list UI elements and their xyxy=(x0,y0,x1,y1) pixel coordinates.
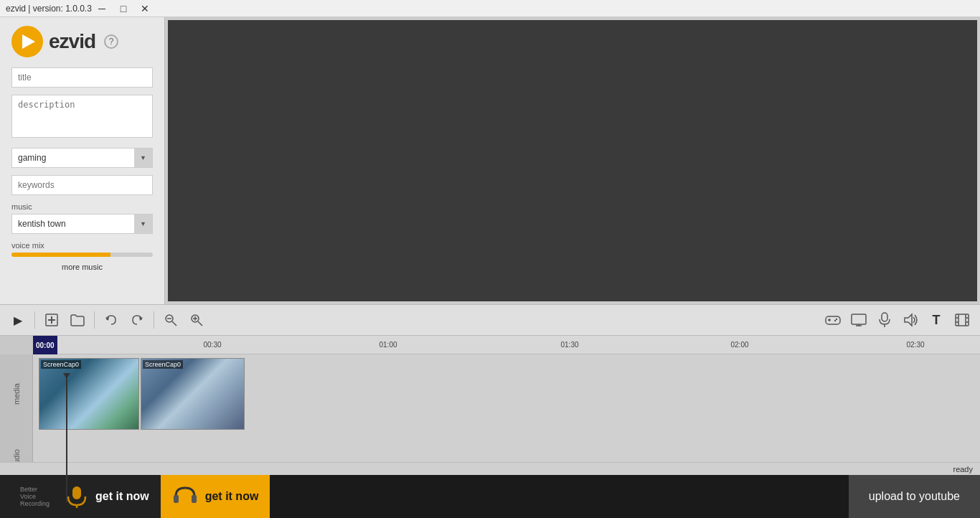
headset-icon xyxy=(172,484,198,509)
play-icon: ▶ xyxy=(14,314,22,327)
category-select-wrapper: gaming xyxy=(11,148,153,168)
media-label-text: media xyxy=(12,383,21,405)
film-icon xyxy=(955,314,969,326)
logo-area: ezvid ? xyxy=(0,17,164,65)
promo-headset-label: get it now xyxy=(205,490,259,503)
svg-rect-34 xyxy=(192,495,197,503)
text-icon: T xyxy=(933,313,941,328)
description-input[interactable] xyxy=(11,95,153,138)
screen-capture-button[interactable] xyxy=(847,308,871,332)
playhead[interactable] xyxy=(66,373,67,502)
titlebar: ezvid | version: 1.0.0.3 ─ □ ✕ xyxy=(0,0,980,17)
undo-button[interactable] xyxy=(99,308,123,332)
promo-voice-text-section: Better Voice Recording xyxy=(11,483,58,510)
promo-voice-button[interactable]: Better Voice Recording get it now xyxy=(0,475,161,518)
open-folder-button[interactable] xyxy=(65,308,90,332)
promo-section: Better Voice Recording get it now xyxy=(0,475,849,518)
clip-2-label: ScreenCap0 xyxy=(143,360,183,369)
logo-icon xyxy=(11,26,43,57)
svg-rect-18 xyxy=(852,314,866,324)
main-container: ezvid ? gaming music kentish town v xyxy=(0,17,980,518)
svg-rect-33 xyxy=(174,495,179,503)
app-title: ezvid | version: 1.0.0.3 xyxy=(6,4,92,14)
add-icon xyxy=(44,313,59,327)
music-select[interactable]: kentish town xyxy=(11,214,153,234)
maximize-button[interactable]: □ xyxy=(113,1,133,17)
time-marker-120: 02:00 xyxy=(730,341,748,349)
svg-point-14 xyxy=(836,319,837,320)
category-select[interactable]: gaming xyxy=(11,148,153,168)
status-text: ready xyxy=(953,465,973,474)
time-marker-60: 01:00 xyxy=(379,341,397,349)
voice-mix-label: voice mix xyxy=(11,241,153,250)
toolbar-sep-2 xyxy=(94,311,95,329)
svg-rect-24 xyxy=(956,314,969,326)
video-preview xyxy=(165,17,980,304)
svg-point-15 xyxy=(834,320,836,321)
toolbar-sep-3 xyxy=(154,311,154,329)
current-time-marker: 00:00 xyxy=(33,336,57,354)
monitor-icon xyxy=(851,314,867,326)
play-button[interactable]: ▶ xyxy=(6,308,30,332)
media-track[interactable]: ScreenCap0 ScreenCap0 xyxy=(33,354,980,433)
window-controls: ─ □ ✕ xyxy=(92,1,155,17)
text-button[interactable]: T xyxy=(924,308,948,332)
promo-voice-label: get it now xyxy=(95,490,149,503)
clip-2-thumbnail xyxy=(141,359,244,429)
voice-mix-slider[interactable] xyxy=(11,253,153,257)
timeline-area: 00:00 00:30 01:00 01:30 02:00 02:30 medi… xyxy=(0,336,980,475)
promo-headset-icon xyxy=(172,484,198,509)
svg-rect-31 xyxy=(72,486,81,499)
minimize-button[interactable]: ─ xyxy=(92,1,112,17)
redo-icon xyxy=(131,314,143,326)
bottom-bar: Better Voice Recording get it now xyxy=(0,475,980,518)
svg-rect-21 xyxy=(882,313,887,321)
svg-line-9 xyxy=(198,321,202,326)
time-marker-150: 02:30 xyxy=(906,341,924,349)
title-input[interactable] xyxy=(11,67,153,88)
folder-icon xyxy=(70,314,85,326)
speaker-icon xyxy=(903,313,918,327)
time-ruler: 00:00 00:30 01:00 01:30 02:00 02:30 xyxy=(33,336,980,354)
keywords-input[interactable] xyxy=(11,175,153,195)
toolbar-sep-1 xyxy=(34,311,35,329)
voice-mix-container: voice mix xyxy=(11,241,153,257)
promo-voice-small: Better Voice Recording xyxy=(20,486,50,507)
microphone-promo-icon xyxy=(65,485,88,508)
play-icon xyxy=(22,34,35,49)
close-button[interactable]: ✕ xyxy=(135,1,155,17)
media-track-label: media xyxy=(0,354,33,433)
form-scroll: gaming music kentish town voice mix more… xyxy=(0,67,164,319)
more-music-link[interactable]: more music xyxy=(11,263,153,271)
game-capture-button[interactable] xyxy=(821,308,845,332)
time-marker-30: 00:30 xyxy=(203,341,221,349)
clip-1-label: ScreenCap0 xyxy=(41,360,81,369)
film-button[interactable] xyxy=(950,308,974,332)
music-label: music xyxy=(11,202,153,211)
time-marker-90: 01:30 xyxy=(560,341,578,349)
add-clip-button[interactable] xyxy=(39,308,64,332)
clip-1-arrow xyxy=(39,388,39,400)
svg-marker-23 xyxy=(905,314,912,326)
status-bar: ready xyxy=(0,462,980,475)
music-select-wrapper: kentish town xyxy=(11,214,153,234)
clip-2[interactable]: ScreenCap0 xyxy=(141,358,245,430)
audio-button[interactable] xyxy=(898,308,923,332)
promo-headset-button[interactable]: get it now xyxy=(161,475,270,518)
zoom-out-button[interactable] xyxy=(159,308,183,332)
clip-1-thumbnail xyxy=(39,359,138,429)
promo-voice-icon xyxy=(64,484,90,509)
microphone-button[interactable] xyxy=(872,308,897,332)
toolbar: ▶ xyxy=(0,304,980,336)
logo-text: ezvid xyxy=(49,30,95,53)
undo-icon xyxy=(105,314,118,326)
upload-to-youtube-button[interactable]: upload to youtube xyxy=(849,475,980,518)
clip-1[interactable]: ScreenCap0 xyxy=(39,358,139,430)
left-panel: ezvid ? gaming music kentish town v xyxy=(0,17,165,319)
zoom-in-icon xyxy=(189,313,204,327)
svg-line-6 xyxy=(172,321,176,326)
redo-button[interactable] xyxy=(125,308,149,332)
gamepad-icon xyxy=(825,314,841,326)
help-icon[interactable]: ? xyxy=(104,34,118,49)
zoom-in-button[interactable] xyxy=(184,308,209,332)
